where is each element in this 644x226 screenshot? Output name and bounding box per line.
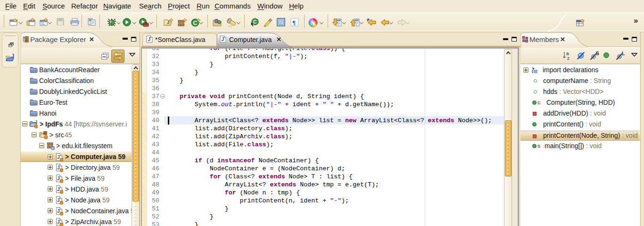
svg-text:J: J (57, 209, 60, 214)
svg-text:J: J (57, 155, 60, 160)
svg-text:J: J (57, 165, 60, 170)
svg-text:C: C (193, 20, 198, 26)
svg-text:S: S (596, 51, 599, 56)
svg-text:J: J (57, 198, 60, 203)
svg-text:J: J (57, 187, 60, 192)
svg-text:J: J (148, 37, 151, 42)
svg-text:¶: ¶ (292, 19, 296, 26)
svg-text:L: L (622, 51, 625, 56)
svg-text:J: J (167, 20, 169, 25)
svg-text:J: J (222, 37, 224, 42)
svg-text:J: J (57, 219, 60, 225)
svg-text:z: z (567, 56, 570, 61)
svg-text:J: J (57, 176, 60, 181)
svg-text:J: J (35, 120, 37, 124)
svg-text:C: C (253, 19, 257, 25)
